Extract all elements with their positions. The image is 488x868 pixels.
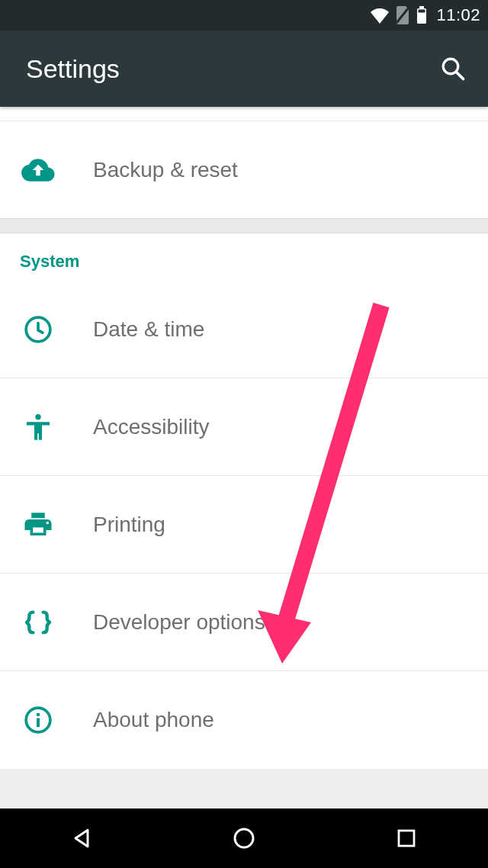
page-title: Settings	[26, 54, 120, 84]
svg-line-5	[457, 72, 464, 79]
square-recents-icon	[395, 827, 418, 850]
triangle-back-icon	[69, 826, 94, 850]
search-button[interactable]	[439, 55, 467, 82]
status-bar: 11:02	[0, 0, 488, 31]
nav-back-button[interactable]	[65, 821, 98, 855]
app-bar: Settings	[0, 31, 488, 107]
circle-home-icon	[232, 826, 256, 850]
svg-rect-3	[419, 10, 425, 13]
info-icon	[20, 702, 56, 738]
settings-item-label: Date & time	[93, 317, 204, 342]
settings-item-accessibility[interactable]: Accessibility	[0, 378, 488, 476]
wifi-icon	[371, 6, 389, 24]
nav-recents-button[interactable]	[390, 821, 423, 855]
settings-group-personal: Backup & reset	[0, 107, 488, 218]
settings-item-label: Accessibility	[93, 415, 209, 439]
svg-rect-9	[37, 719, 40, 728]
settings-item-date-time[interactable]: Date & time	[0, 281, 488, 378]
settings-item-backup-reset[interactable]: Backup & reset	[0, 121, 488, 218]
accessibility-icon	[20, 409, 56, 445]
status-time: 11:02	[436, 5, 480, 25]
settings-group-system: System Date & time Accessibility Printin…	[0, 233, 488, 769]
search-icon	[439, 55, 467, 82]
svg-rect-10	[37, 713, 40, 716]
svg-rect-2	[419, 6, 424, 8]
no-sim-icon	[395, 6, 410, 24]
svg-rect-12	[399, 831, 414, 846]
settings-item-about-phone[interactable]: About phone	[0, 671, 488, 769]
printer-icon	[20, 506, 56, 543]
screen: 11:02 Settings Backup & reset System	[0, 0, 488, 868]
settings-item-label: Backup & reset	[93, 158, 238, 182]
navigation-bar	[0, 809, 488, 868]
content: Backup & reset System Date & time Access…	[0, 107, 488, 809]
braces-icon	[20, 604, 56, 641]
section-header-system: System	[0, 233, 488, 281]
settings-item-printing[interactable]: Printing	[0, 476, 488, 574]
cloud-upload-icon	[20, 152, 56, 188]
battery-icon	[416, 6, 427, 24]
svg-point-7	[35, 414, 40, 420]
settings-item-developer-options[interactable]: Developer options	[0, 574, 488, 671]
settings-item-label: Developer options	[93, 610, 265, 635]
svg-point-11	[235, 829, 253, 847]
section-divider	[0, 218, 488, 233]
nav-home-button[interactable]	[227, 821, 261, 855]
clock-icon	[20, 311, 56, 348]
settings-item-label: Printing	[93, 513, 165, 537]
settings-item-label: About phone	[93, 708, 214, 732]
